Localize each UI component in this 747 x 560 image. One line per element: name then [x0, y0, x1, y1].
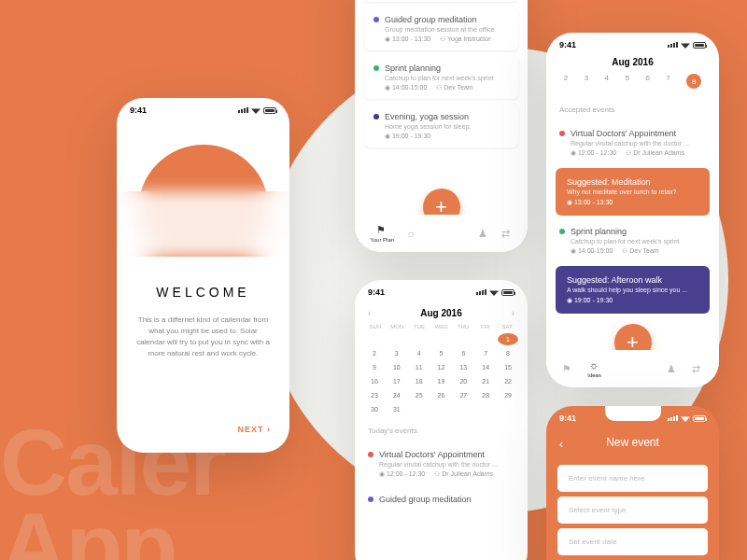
- week-day[interactable]: 2: [564, 74, 568, 89]
- tab-profile[interactable]: ♟: [667, 363, 678, 374]
- calendar-day[interactable]: [453, 403, 473, 415]
- input-field[interactable]: Select event type: [557, 497, 708, 524]
- next-month-button[interactable]: ›: [512, 308, 514, 318]
- suggested-subtitle: A walk should help you sleep since you .…: [567, 287, 698, 293]
- bulb-icon: ☼: [589, 359, 600, 371]
- calendar-day[interactable]: 27: [453, 389, 473, 401]
- event-card[interactable]: Guided group meditation Group meditation…: [364, 7, 518, 50]
- calendar-day[interactable]: 18: [409, 375, 430, 387]
- calendar-day[interactable]: [387, 333, 407, 345]
- calendar-day[interactable]: 12: [431, 361, 452, 373]
- tab-ideas[interactable]: ☼Ideas: [587, 359, 601, 378]
- calendar-day[interactable]: 22: [498, 375, 518, 387]
- tab-label: Ideas: [587, 372, 601, 378]
- day-label: SAT: [496, 324, 518, 329]
- tabbar: ⚑ ☼Ideas ♟ ⇄: [546, 350, 719, 387]
- calendar-day[interactable]: 3: [387, 347, 407, 359]
- calendar-day[interactable]: 13: [453, 361, 473, 373]
- suggested-subtitle: Why not meditate over lunch to relax?: [567, 189, 698, 195]
- calendar-day[interactable]: 9: [364, 361, 385, 373]
- swap-icon: ⇄: [692, 363, 703, 374]
- calendar-day[interactable]: [453, 333, 473, 345]
- calendar-day[interactable]: 14: [475, 361, 496, 373]
- calendar-day[interactable]: 29: [498, 389, 518, 401]
- calendar-day[interactable]: 7: [475, 347, 496, 359]
- welcome-illustration: [117, 117, 289, 257]
- event-dot-icon: [559, 229, 565, 234]
- calendar-day[interactable]: 17: [387, 375, 407, 387]
- calendar-day[interactable]: 25: [409, 389, 430, 401]
- event-item[interactable]: Virtual Doctors' AppointmentRegular viru…: [559, 123, 706, 162]
- event-time: ◉ 19:00 - 19:30: [385, 133, 430, 140]
- event-attendee: ⚇ Dr Juliean Adams: [434, 470, 493, 478]
- event-dot-icon: [368, 452, 374, 457]
- week-day[interactable]: 4: [605, 74, 609, 89]
- event-title: Sprint planning: [571, 227, 627, 236]
- calendar-day[interactable]: 5: [431, 347, 452, 359]
- calendar-day[interactable]: 10: [387, 361, 407, 373]
- event-card[interactable]: Sprint planning Catchup to plan for next…: [364, 56, 518, 99]
- week-day[interactable]: 3: [585, 74, 588, 89]
- calendar-day[interactable]: 23: [364, 389, 385, 401]
- calendar-day[interactable]: 15: [498, 361, 518, 373]
- battery-icon: [501, 289, 514, 296]
- week-day[interactable]: 5: [626, 74, 629, 89]
- calendar-day[interactable]: 16: [364, 375, 385, 387]
- back-button[interactable]: ‹: [559, 438, 563, 451]
- calendar-day[interactable]: 30: [364, 403, 385, 415]
- day-label: FRI: [474, 324, 497, 329]
- horizon: [117, 191, 289, 257]
- tab-plan[interactable]: ⚑: [562, 363, 573, 374]
- calendar-day[interactable]: 26: [431, 389, 452, 401]
- event-item[interactable]: Virtual Doctors' Appointment Regular vir…: [368, 444, 514, 483]
- calendar-day[interactable]: 4: [409, 347, 430, 359]
- week-day[interactable]: 6: [645, 74, 649, 89]
- tab-1[interactable]: ☼: [406, 228, 417, 239]
- suggested-event[interactable]: Suggested: MeditationWhy not meditate ov…: [556, 168, 710, 216]
- input-field[interactable]: Set event date: [557, 528, 708, 555]
- calendar-day[interactable]: 21: [475, 375, 496, 387]
- event-card[interactable]: Virtual Doctors' Appointment Regular vir…: [364, 0, 518, 2]
- event-dot-icon: [374, 65, 379, 71]
- calendar-day[interactable]: 24: [387, 389, 407, 401]
- tab-label: Your Plan: [370, 237, 394, 243]
- calendar-day[interactable]: [431, 333, 452, 345]
- calendar-day[interactable]: [475, 333, 496, 345]
- calendar-day[interactable]: 20: [453, 375, 473, 387]
- calendar-grid: 1234567891011121314151617181920212223242…: [355, 329, 528, 419]
- calendar-day[interactable]: [364, 333, 385, 345]
- calendar-day[interactable]: [409, 333, 430, 345]
- event-item[interactable]: Sprint planningCatchup to plan for next …: [559, 221, 706, 260]
- wifi-icon: [681, 414, 690, 422]
- prev-month-button[interactable]: ‹: [368, 308, 371, 318]
- event-card[interactable]: Evening, yoga session Home yoga session …: [364, 105, 518, 147]
- signal-icon: [238, 107, 248, 113]
- calendar-day[interactable]: 19: [431, 375, 452, 387]
- event-attendee: ⚇ Dev Team: [436, 84, 472, 91]
- calendar-day[interactable]: [431, 403, 452, 415]
- input-field[interactable]: Enter event name here: [557, 465, 708, 492]
- event-item[interactable]: Guided group meditation: [368, 489, 514, 510]
- calendar-day[interactable]: 11: [409, 361, 430, 373]
- calendar-day[interactable]: [475, 403, 496, 415]
- calendar-day[interactable]: 1: [498, 333, 518, 345]
- calendar-day[interactable]: 6: [453, 347, 473, 359]
- calendar-day[interactable]: 8: [498, 347, 518, 359]
- next-button[interactable]: NEXT ›: [237, 425, 271, 434]
- week-day[interactable]: 8: [686, 74, 701, 89]
- tab-3[interactable]: ♟: [478, 228, 489, 239]
- calendar-day[interactable]: [498, 403, 518, 415]
- calendar-day[interactable]: 31: [387, 403, 407, 415]
- calendar-day[interactable]: 2: [364, 347, 385, 359]
- tab-4[interactable]: ⇄: [501, 228, 513, 239]
- tab-sync[interactable]: ⇄: [692, 363, 703, 374]
- event-title: Guided group meditation: [385, 15, 477, 24]
- calendar-day[interactable]: 28: [475, 389, 496, 401]
- event-subtitle: Group meditation session at the office: [385, 26, 509, 33]
- event-subtitle: Regular virutal catchup with the doctor …: [571, 140, 706, 147]
- suggested-event[interactable]: Suggested: Afteroon walkA walk should he…: [556, 266, 710, 314]
- week-day[interactable]: 7: [666, 74, 669, 89]
- event-title: Evening, yoga session: [385, 112, 469, 121]
- calendar-day[interactable]: [409, 403, 430, 415]
- tab-0[interactable]: ⚑Your Plan: [370, 224, 394, 243]
